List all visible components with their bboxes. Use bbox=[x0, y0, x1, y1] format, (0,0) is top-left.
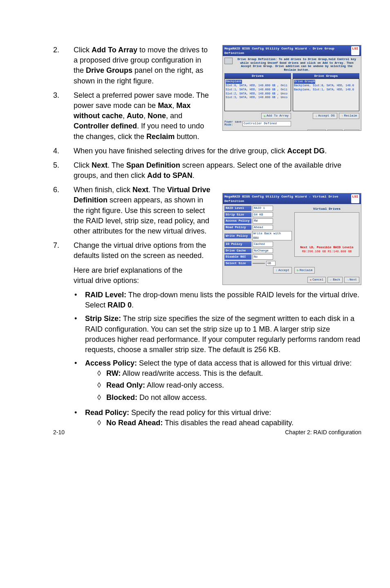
sub-text: RW: Allow read/write access. This is the… bbox=[106, 368, 263, 379]
screenshot-title: MegaRAID BIOS Config Utility Config Wiza… bbox=[224, 194, 351, 203]
virtual-drives-panel: Next LD, Possible RAID Levels R0:296.160… bbox=[294, 212, 359, 257]
read-policy-label: Read Policy bbox=[224, 225, 251, 230]
back-button[interactable]: ←Back bbox=[327, 130, 343, 131]
drive-cache-label: Drive Cache bbox=[224, 248, 251, 254]
lsi-logo: LSI bbox=[351, 46, 359, 55]
strip-size-select[interactable]: 64 KB bbox=[253, 212, 273, 218]
accept-button[interactable]: ↓Accept bbox=[273, 267, 292, 273]
bullet-icon: • bbox=[74, 290, 85, 310]
select-size-input[interactable] bbox=[253, 263, 265, 264]
sub-text: Read Only: Allow read-only access. bbox=[106, 380, 224, 391]
write-policy-select[interactable]: Write Back with BBU bbox=[252, 231, 292, 240]
step-text: Select a preferred power save mode. The … bbox=[74, 90, 212, 142]
bullet-text: RAID Level: The drop-down menu lists the… bbox=[85, 290, 361, 310]
diamond-icon: ◊ bbox=[97, 380, 106, 391]
drives-header: Drives bbox=[224, 73, 291, 79]
read-policy-select[interactable]: Ahead bbox=[253, 225, 273, 230]
bullet-text: Access Policy: Select the type of data a… bbox=[85, 358, 361, 404]
step-text: Change the virtual drive options from th… bbox=[74, 240, 212, 261]
help-icon bbox=[224, 58, 233, 64]
step-3: 3. Select a preferred power save mode. T… bbox=[53, 90, 212, 142]
accept-dg-button[interactable]: ↓Accept DG bbox=[313, 113, 337, 119]
bullet-strip-size: • Strip Size: The strip size specifies t… bbox=[74, 314, 361, 355]
step-number: 7. bbox=[53, 240, 74, 261]
step-6: 6. When finish, click Next. The Virtual … bbox=[53, 185, 212, 236]
step-4: 4. When you have finished selecting driv… bbox=[53, 146, 361, 156]
cancel-button[interactable]: ✕Cancel bbox=[307, 277, 326, 283]
virtual-drives-header: Virtual Drives bbox=[294, 206, 359, 212]
step-number: 3. bbox=[53, 90, 74, 142]
drive-groups-tree[interactable]: Drive Group0 Backplane, Slot:0, SATA, HD… bbox=[293, 79, 359, 111]
io-policy-label: IO Policy bbox=[224, 242, 251, 247]
cancel-button[interactable]: ✕Cancel bbox=[307, 130, 326, 131]
drive-groups-header: Drive Groups bbox=[293, 73, 359, 79]
bullet-access-policy: • Access Policy: Select the type of data… bbox=[74, 358, 361, 404]
drives-tree[interactable]: Backplane Slot:0, SATA, HDD, 148.080 GB … bbox=[224, 79, 291, 111]
power-save-select[interactable]: Controller Defined bbox=[242, 121, 291, 126]
screenshot-drive-group-definition: MegaRAID BIOS Config Utility Config Wiza… bbox=[222, 45, 361, 131]
reclaim-button[interactable]: ↻Reclaim bbox=[294, 267, 315, 273]
step-5: 5. Click Next. The Span Definition scree… bbox=[53, 160, 361, 181]
bullet-raid-level: • RAID Level: The drop-down menu lists t… bbox=[74, 290, 361, 310]
access-policy-label: Access Policy bbox=[224, 218, 251, 224]
raid-level-label: RAID Level bbox=[224, 206, 251, 211]
step-number: 5. bbox=[53, 160, 74, 181]
sub-text: No Read Ahead: This disables the read ah… bbox=[106, 418, 294, 428]
bullet-read-policy: • Read Policy: Specify the read policy f… bbox=[74, 408, 361, 430]
chapter-title: Chapter 2: RAID configuration bbox=[285, 429, 361, 437]
page-number: 2-10 bbox=[53, 429, 65, 437]
diamond-icon: ◊ bbox=[97, 393, 106, 403]
diamond-icon: ◊ bbox=[97, 418, 106, 428]
reclaim-button[interactable]: ↑Reclaim bbox=[339, 113, 359, 119]
bullet-icon: • bbox=[74, 408, 85, 430]
screenshot-virtual-drive-definition: MegaRAID BIOS Config Utility Config Wiza… bbox=[222, 193, 361, 285]
step-text: Click Next. The Span Definition screen a… bbox=[74, 160, 361, 181]
next-button[interactable]: →Next bbox=[344, 130, 359, 131]
strip-size-label: Strip Size bbox=[224, 212, 251, 218]
step-7: 7. Change the virtual drive options from… bbox=[53, 240, 212, 261]
io-policy-select[interactable]: Cached bbox=[253, 242, 273, 247]
power-save-label: Power save Mode: bbox=[224, 121, 241, 126]
step-2: 2. Click Add To Array to move the drives… bbox=[53, 45, 212, 86]
access-policy-select[interactable]: RW bbox=[253, 218, 273, 224]
step-number: 4. bbox=[53, 146, 74, 156]
step-text: When finish, click Next. The Virtual Dri… bbox=[74, 185, 212, 236]
step-number: 6. bbox=[53, 185, 74, 236]
page-footer: 2-10 Chapter 2: RAID configuration bbox=[53, 429, 361, 437]
bullet-icon: • bbox=[74, 358, 85, 404]
step-text: When you have finished selecting drives … bbox=[74, 146, 361, 156]
bullet-text: Strip Size: The strip size specifies the… bbox=[85, 314, 361, 355]
lsi-logo: LSI bbox=[351, 194, 359, 203]
raid-level-select[interactable]: RAID 1 bbox=[253, 206, 273, 211]
step-number: 2. bbox=[53, 45, 74, 86]
select-size-unit[interactable]: GB bbox=[266, 261, 276, 266]
add-to-array-button[interactable]: ↻Add To Array bbox=[261, 113, 291, 119]
next-button[interactable]: →Next bbox=[344, 277, 359, 283]
bullet-icon: • bbox=[74, 314, 85, 355]
drive-cache-select[interactable]: NoChange bbox=[253, 248, 273, 254]
bullet-text: Read Policy: Specify the read policy for… bbox=[85, 408, 361, 430]
diamond-icon: ◊ bbox=[97, 368, 106, 379]
screenshot-title: MegaRAID BIOS Config Utility Config Wiza… bbox=[224, 46, 351, 55]
back-button[interactable]: ←Back bbox=[327, 277, 343, 283]
sub-text: Blocked: Do not allow access. bbox=[106, 393, 207, 403]
write-policy-label: Write Policy bbox=[224, 233, 251, 239]
select-size-label: Select Size bbox=[224, 261, 251, 266]
step-7-explainer: Here are brief explanations of the virtu… bbox=[53, 265, 191, 286]
help-text: Drive Group Definition: To add drives to… bbox=[234, 58, 359, 72]
disable-bgi-select[interactable]: No bbox=[253, 254, 273, 260]
disable-bgi-label: Disable BGI bbox=[224, 254, 251, 260]
step-text: Click Add To Array to move the drives to… bbox=[74, 45, 212, 86]
